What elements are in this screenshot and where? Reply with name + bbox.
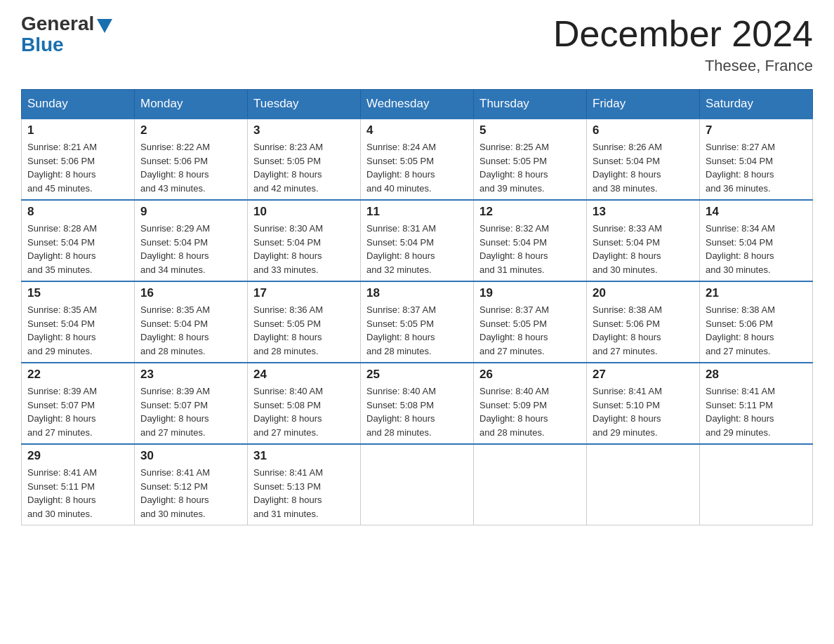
day-info: Sunrise: 8:41 AMSunset: 5:11 PMDaylight:…: [706, 384, 807, 439]
logo-general-text: General: [21, 14, 94, 34]
day-info: Sunrise: 8:41 AMSunset: 5:12 PMDaylight:…: [140, 466, 241, 521]
day-info: Sunrise: 8:22 AMSunset: 5:06 PMDaylight:…: [140, 140, 241, 195]
calendar-week-row: 29Sunrise: 8:41 AMSunset: 5:11 PMDayligh…: [22, 444, 813, 525]
calendar-day-cell: 4Sunrise: 8:24 AMSunset: 5:05 PMDaylight…: [361, 119, 474, 200]
calendar-day-cell: 7Sunrise: 8:27 AMSunset: 5:04 PMDaylight…: [700, 119, 813, 200]
month-title: December 2024: [553, 14, 813, 54]
day-number: 21: [706, 286, 807, 300]
day-number: 4: [366, 123, 468, 137]
page-header: General Blue December 2024 Thesee, Franc…: [21, 14, 813, 75]
day-number: 13: [593, 205, 694, 219]
day-number: 5: [479, 123, 581, 137]
day-info: Sunrise: 8:28 AMSunset: 5:04 PMDaylight:…: [27, 222, 128, 276]
calendar-day-cell: [700, 444, 813, 525]
day-number: 26: [479, 368, 581, 382]
day-info: Sunrise: 8:39 AMSunset: 5:07 PMDaylight:…: [140, 384, 241, 439]
weekday-header-wednesday: Wednesday: [361, 90, 474, 119]
day-info: Sunrise: 8:41 AMSunset: 5:13 PMDaylight:…: [253, 466, 355, 521]
calendar-day-cell: 27Sunrise: 8:41 AMSunset: 5:10 PMDayligh…: [587, 363, 700, 444]
calendar-day-cell: [361, 444, 474, 525]
calendar-day-cell: 18Sunrise: 8:37 AMSunset: 5:05 PMDayligh…: [361, 281, 474, 363]
day-number: 17: [253, 286, 355, 300]
day-info: Sunrise: 8:40 AMSunset: 5:08 PMDaylight:…: [366, 384, 468, 439]
day-number: 18: [366, 286, 468, 300]
day-number: 29: [27, 449, 128, 463]
calendar-day-cell: 1Sunrise: 8:21 AMSunset: 5:06 PMDaylight…: [22, 119, 135, 200]
weekday-header-thursday: Thursday: [474, 90, 587, 119]
calendar-header: SundayMondayTuesdayWednesdayThursdayFrid…: [22, 90, 813, 119]
calendar-day-cell: 23Sunrise: 8:39 AMSunset: 5:07 PMDayligh…: [135, 363, 248, 444]
day-info: Sunrise: 8:24 AMSunset: 5:05 PMDaylight:…: [366, 140, 468, 195]
day-info: Sunrise: 8:41 AMSunset: 5:11 PMDaylight:…: [27, 466, 128, 521]
day-info: Sunrise: 8:37 AMSunset: 5:05 PMDaylight:…: [479, 303, 581, 358]
calendar-day-cell: [474, 444, 587, 525]
day-number: 30: [140, 449, 241, 463]
day-number: 20: [593, 286, 694, 300]
calendar-day-cell: 31Sunrise: 8:41 AMSunset: 5:13 PMDayligh…: [248, 444, 361, 525]
title-area: December 2024 Thesee, France: [553, 14, 813, 75]
calendar-day-cell: 16Sunrise: 8:35 AMSunset: 5:04 PMDayligh…: [135, 281, 248, 363]
day-number: 23: [140, 368, 241, 382]
day-info: Sunrise: 8:40 AMSunset: 5:08 PMDaylight:…: [253, 384, 355, 439]
day-number: 10: [253, 205, 355, 219]
day-number: 28: [706, 368, 807, 382]
day-number: 15: [27, 286, 128, 300]
calendar-body: 1Sunrise: 8:21 AMSunset: 5:06 PMDaylight…: [22, 119, 813, 525]
day-info: Sunrise: 8:34 AMSunset: 5:04 PMDaylight:…: [706, 222, 807, 276]
calendar-day-cell: 12Sunrise: 8:32 AMSunset: 5:04 PMDayligh…: [474, 200, 587, 281]
day-number: 11: [366, 205, 468, 219]
day-number: 7: [706, 123, 807, 137]
calendar-day-cell: 9Sunrise: 8:29 AMSunset: 5:04 PMDaylight…: [135, 200, 248, 281]
day-info: Sunrise: 8:29 AMSunset: 5:04 PMDaylight:…: [140, 222, 241, 276]
day-number: 1: [27, 123, 128, 137]
day-info: Sunrise: 8:35 AMSunset: 5:04 PMDaylight:…: [140, 303, 241, 358]
calendar-day-cell: 24Sunrise: 8:40 AMSunset: 5:08 PMDayligh…: [248, 363, 361, 444]
calendar-week-row: 1Sunrise: 8:21 AMSunset: 5:06 PMDaylight…: [22, 119, 813, 200]
day-info: Sunrise: 8:33 AMSunset: 5:04 PMDaylight:…: [593, 222, 694, 276]
day-info: Sunrise: 8:23 AMSunset: 5:05 PMDaylight:…: [253, 140, 355, 195]
day-info: Sunrise: 8:37 AMSunset: 5:05 PMDaylight:…: [366, 303, 468, 358]
location: Thesee, France: [553, 57, 813, 75]
calendar-week-row: 22Sunrise: 8:39 AMSunset: 5:07 PMDayligh…: [22, 363, 813, 444]
calendar-day-cell: 17Sunrise: 8:36 AMSunset: 5:05 PMDayligh…: [248, 281, 361, 363]
calendar-day-cell: 13Sunrise: 8:33 AMSunset: 5:04 PMDayligh…: [587, 200, 700, 281]
calendar-day-cell: 29Sunrise: 8:41 AMSunset: 5:11 PMDayligh…: [22, 444, 135, 525]
day-number: 24: [253, 368, 355, 382]
calendar-day-cell: 28Sunrise: 8:41 AMSunset: 5:11 PMDayligh…: [700, 363, 813, 444]
day-info: Sunrise: 8:41 AMSunset: 5:10 PMDaylight:…: [593, 384, 694, 439]
day-number: 27: [593, 368, 694, 382]
day-number: 9: [140, 205, 241, 219]
weekday-header-sunday: Sunday: [22, 90, 135, 119]
calendar-day-cell: 11Sunrise: 8:31 AMSunset: 5:04 PMDayligh…: [361, 200, 474, 281]
calendar-day-cell: 26Sunrise: 8:40 AMSunset: 5:09 PMDayligh…: [474, 363, 587, 444]
calendar-day-cell: 20Sunrise: 8:38 AMSunset: 5:06 PMDayligh…: [587, 281, 700, 363]
calendar-day-cell: 15Sunrise: 8:35 AMSunset: 5:04 PMDayligh…: [22, 281, 135, 363]
calendar-day-cell: 2Sunrise: 8:22 AMSunset: 5:06 PMDaylight…: [135, 119, 248, 200]
logo: General Blue: [21, 14, 112, 56]
calendar-day-cell: 14Sunrise: 8:34 AMSunset: 5:04 PMDayligh…: [700, 200, 813, 281]
day-number: 22: [27, 368, 128, 382]
calendar-week-row: 15Sunrise: 8:35 AMSunset: 5:04 PMDayligh…: [22, 281, 813, 363]
calendar-day-cell: 6Sunrise: 8:26 AMSunset: 5:04 PMDaylight…: [587, 119, 700, 200]
day-number: 19: [479, 286, 581, 300]
calendar-day-cell: 8Sunrise: 8:28 AMSunset: 5:04 PMDaylight…: [22, 200, 135, 281]
day-info: Sunrise: 8:27 AMSunset: 5:04 PMDaylight:…: [706, 140, 807, 195]
day-info: Sunrise: 8:31 AMSunset: 5:04 PMDaylight:…: [366, 222, 468, 276]
day-number: 25: [366, 368, 468, 382]
logo-blue-text: Blue: [21, 34, 64, 56]
day-number: 3: [253, 123, 355, 137]
weekday-header-saturday: Saturday: [700, 90, 813, 119]
day-info: Sunrise: 8:25 AMSunset: 5:05 PMDaylight:…: [479, 140, 581, 195]
weekday-header-monday: Monday: [135, 90, 248, 119]
calendar-day-cell: 19Sunrise: 8:37 AMSunset: 5:05 PMDayligh…: [474, 281, 587, 363]
calendar-week-row: 8Sunrise: 8:28 AMSunset: 5:04 PMDaylight…: [22, 200, 813, 281]
calendar-day-cell: 22Sunrise: 8:39 AMSunset: 5:07 PMDayligh…: [22, 363, 135, 444]
day-number: 16: [140, 286, 241, 300]
calendar-day-cell: 30Sunrise: 8:41 AMSunset: 5:12 PMDayligh…: [135, 444, 248, 525]
day-number: 14: [706, 205, 807, 219]
weekday-header-friday: Friday: [587, 90, 700, 119]
day-number: 6: [593, 123, 694, 137]
day-info: Sunrise: 8:39 AMSunset: 5:07 PMDaylight:…: [27, 384, 128, 439]
day-info: Sunrise: 8:26 AMSunset: 5:04 PMDaylight:…: [593, 140, 694, 195]
calendar-day-cell: 25Sunrise: 8:40 AMSunset: 5:08 PMDayligh…: [361, 363, 474, 444]
